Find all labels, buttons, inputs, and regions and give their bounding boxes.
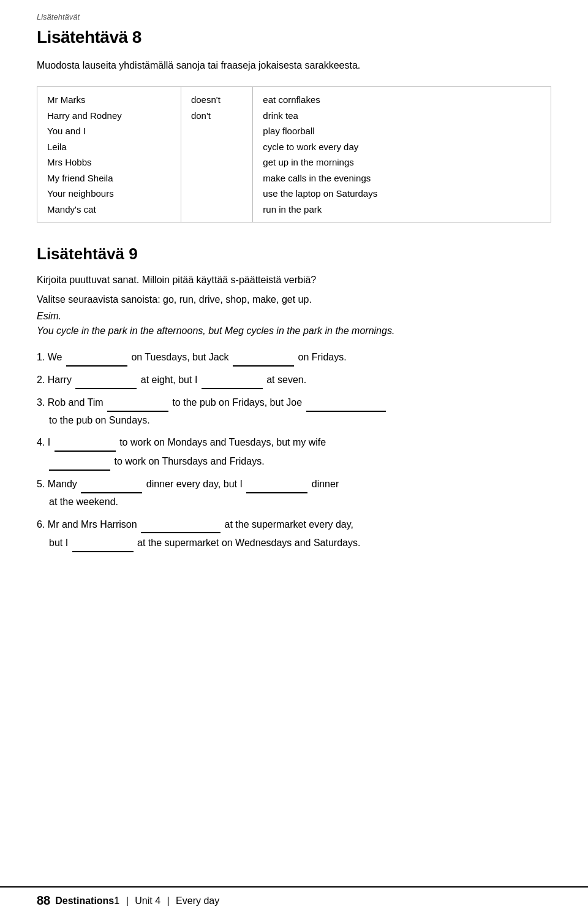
exercise9-example-label: Esim. <box>37 311 551 322</box>
item2-num: 2. <box>37 374 45 385</box>
footer-book-info: Destinations1 | Unit 4 | Every day <box>55 895 219 907</box>
exercise9-title: Lisätehtävä 9 <box>37 245 551 264</box>
item5-text-before: Mandy <box>48 479 77 489</box>
list-item: 4. I to work on Mondays and Tuesdays, bu… <box>37 433 551 471</box>
item6-blank1 <box>141 515 221 534</box>
exercise8-title: Lisätehtävä 8 <box>37 28 551 47</box>
footer-separator1: | <box>126 895 129 906</box>
footer-unit-title: Every day <box>176 895 219 906</box>
exercise8-table: Mr Marks Harry and Rodney You and I Leil… <box>37 86 551 222</box>
footer-page-number: 88 <box>37 894 50 908</box>
exercise9-items: 1. We on Tuesdays, but Jack on Fridays. … <box>37 348 551 552</box>
item5-text-mid: dinner every day, but I <box>146 479 246 489</box>
item2-text-after: at seven. <box>266 374 306 385</box>
item6-text-after: at the supermarket on Wednesdays and Sat… <box>137 538 360 548</box>
item2-text-mid: at eight, but I <box>141 374 200 385</box>
item4-num: 4. <box>37 437 45 447</box>
exercise9-instruction1: Kirjoita puuttuvat sanat. Milloin pitää … <box>37 272 551 288</box>
item4-text-mid: to work on Mondays and Tuesdays, but my … <box>119 437 326 447</box>
item1-text-after: on Fridays. <box>298 352 347 362</box>
item1-text-mid: on Tuesdays, but Jack <box>131 352 232 362</box>
item6-text-before: Mr and Mrs Harrison <box>48 519 140 530</box>
item3-num: 3. <box>37 397 45 408</box>
footer-separator2: | <box>167 895 170 906</box>
item1-blank1 <box>66 348 127 367</box>
footer-book-title: Destinations <box>55 895 114 906</box>
item3-text-before: Rob and Tim <box>48 397 106 408</box>
exercise8-instruction: Muodosta lauseita yhdistämällä sanoja ta… <box>37 58 551 73</box>
item1-text-before: We <box>48 352 65 362</box>
list-item: 3. Rob and Tim to the pub on Fridays, bu… <box>37 393 551 430</box>
item3-blank1 <box>107 393 168 412</box>
footer-unit-number: 4 <box>155 895 160 906</box>
item1-blank2 <box>233 348 294 367</box>
item5-num: 5. <box>37 479 45 489</box>
item5-continuation: at the weekend. <box>49 496 118 507</box>
table-cell-subjects: Mr Marks Harry and Rodney You and I Leil… <box>37 87 181 222</box>
page-container: Lisätehtävät Lisätehtävä 8 Muodosta laus… <box>0 0 588 593</box>
footer-unit-label: Unit <box>135 895 152 906</box>
table-row: Mr Marks Harry and Rodney You and I Leil… <box>37 87 551 222</box>
item4-blank1 <box>55 433 116 452</box>
item2-text-before: Harry <box>48 374 75 385</box>
item4-blank2 <box>49 452 110 471</box>
exercise9-instruction2: Valitse seuraavista sanoista: go, run, d… <box>37 292 551 308</box>
item2-blank1 <box>75 370 137 389</box>
item5-blank2 <box>246 474 307 493</box>
item4-text-after: to work on Thursdays and Fridays. <box>114 456 264 466</box>
table-cell-phrases: eat cornflakes drink tea play floorball … <box>253 87 551 222</box>
page-footer: 88 Destinations1 | Unit 4 | Every day <box>0 886 588 908</box>
item5-blank1 <box>81 474 142 493</box>
exercise9-example-text: You cycle in the park in the afternoons,… <box>37 325 551 336</box>
footer-book-number: 1 <box>114 895 119 906</box>
item5-text-after: dinner <box>312 479 339 489</box>
item6-num: 6. <box>37 519 45 530</box>
list-item: 2. Harry at eight, but I at seven. <box>37 370 551 389</box>
item6-blank2 <box>72 533 134 552</box>
item6-text-mid: at the supermarket every day, <box>225 519 353 530</box>
item3-blank2 <box>306 393 386 412</box>
item4-text-before: I <box>48 437 53 447</box>
list-item: 6. Mr and Mrs Harrison at the supermarke… <box>37 515 551 553</box>
list-item: 1. We on Tuesdays, but Jack on Fridays. <box>37 348 551 367</box>
item3-text-mid: to the pub on Fridays, but Joe <box>172 397 304 408</box>
item6-but: but I <box>49 538 71 548</box>
item3-text-after: to the pub on Sundays. <box>49 415 150 425</box>
item1-num: 1. <box>37 352 45 362</box>
item2-blank2 <box>202 370 263 389</box>
table-cell-verbs: doesn't don't <box>181 87 252 222</box>
page-header: Lisätehtävät <box>37 12 551 21</box>
list-item: 5. Mandy dinner every day, but I dinner … <box>37 474 551 511</box>
